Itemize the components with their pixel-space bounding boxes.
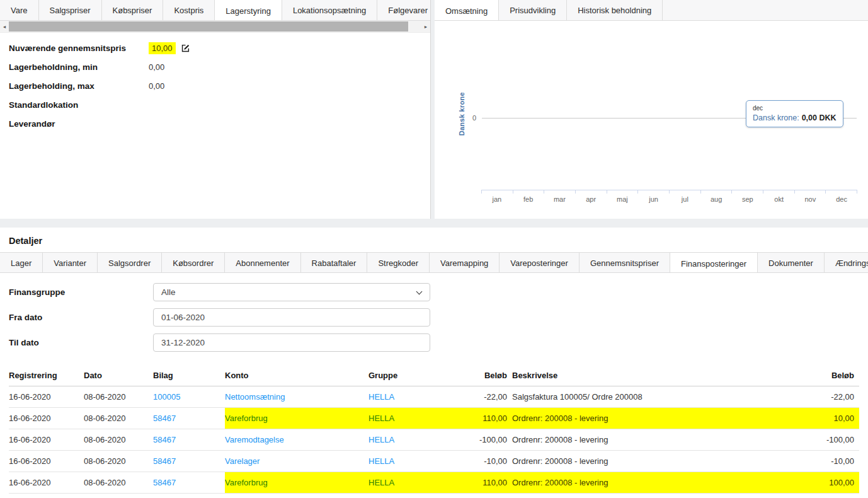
field-label: Leverandør [9, 119, 149, 129]
field-value: 10,00 [149, 42, 190, 54]
cell-bilag: 100005 [153, 386, 225, 408]
tab-vare[interactable]: Vare [0, 0, 39, 21]
konto-link[interactable]: Varelager [225, 456, 260, 466]
filters-form: FinansgruppeAlleFra datoTil dato [0, 273, 868, 361]
cell-bilag: 58467 [153, 408, 225, 429]
cell-beloeb2: -100,00 [784, 429, 859, 451]
filter-row-finansgruppe: FinansgruppeAlle [9, 283, 859, 301]
x-axis-labels: janfebmaraprmajjunjulaugsepoktnovdec [481, 195, 857, 203]
cell-beloeb1: 110,00 [449, 408, 512, 429]
bilag-link[interactable]: 58467 [153, 456, 176, 466]
cell-konto: Varelager [225, 451, 368, 472]
cell-gruppe: HELLA [368, 472, 449, 494]
detail-tab-stregkoder[interactable]: Stregkoder [367, 253, 430, 273]
detail-tab-koebsordrer[interactable]: Købsordrer [162, 253, 225, 273]
detail-tab-rabataftaler[interactable]: Rabataftaler [301, 253, 368, 273]
tab-foelgevarer[interactable]: Følgevarer [377, 0, 430, 21]
cell-registrering: 16-06-2020 [9, 472, 84, 494]
fra-dato-input[interactable] [153, 308, 430, 327]
column-header-beloeb2: Beløb [784, 365, 859, 386]
gruppe-link[interactable]: HELLA [368, 435, 394, 444]
cell-gruppe: HELLA [368, 386, 449, 408]
tab-koebspriser[interactable]: Købspriser [102, 0, 164, 21]
edit-icon[interactable] [181, 43, 190, 53]
finansgruppe-select[interactable]: Alle [153, 283, 430, 301]
tooltip-category: dec [753, 105, 837, 112]
cell-registrering: 16-06-2020 [9, 386, 84, 408]
detail-tab-salgsordrer[interactable]: Salgsordrer [98, 253, 162, 273]
tab-lokationsopsaetning[interactable]: Lokationsopsætning [282, 0, 377, 21]
cell-konto: Vareforbrug [225, 472, 368, 494]
detail-tab-varemapping[interactable]: Varemapping [430, 253, 500, 273]
tab-prisudvikling[interactable]: Prisudvikling [499, 0, 567, 21]
detail-tab-gennemsnitspriser[interactable]: Gennemsnitspriser [580, 253, 670, 273]
cell-dato: 08-06-2020 [84, 451, 153, 472]
detail-tab-finansposteringer[interactable]: Finansposteringer [670, 253, 758, 273]
filter-row-fra-dato: Fra dato [9, 308, 859, 327]
detail-tab-varianter[interactable]: Varianter [43, 253, 98, 273]
tab-lagerstyring[interactable]: Lagerstyring [215, 0, 282, 21]
chart-tooltip: dec Dansk krone:0,00 DKK [746, 100, 843, 127]
x-axis-tick [669, 190, 700, 194]
tooltip-series-name: Dansk krone: [753, 113, 799, 122]
x-axis-label: mar [544, 195, 576, 203]
cell-dato: 08-06-2020 [84, 429, 153, 451]
tab-kostpris[interactable]: Kostpris [163, 0, 215, 21]
til-dato-input[interactable] [153, 333, 430, 352]
scrollbar-thumb[interactable] [9, 21, 408, 32]
cell-dato: 08-06-2020 [84, 408, 153, 429]
tab-omsaetning[interactable]: Omsætning [435, 0, 499, 21]
x-axis-tick [607, 190, 638, 194]
konto-link[interactable]: Vareforbrug [225, 414, 268, 423]
konto-link[interactable]: Vareforbrug [225, 478, 268, 487]
cell-gruppe: HELLA [368, 429, 449, 451]
gruppe-link[interactable]: HELLA [368, 392, 394, 402]
scroll-right-arrow-icon[interactable]: ► [421, 21, 430, 32]
column-header-registrering: Registrering [9, 365, 84, 386]
table-row: 16-06-202008-06-202058467VareforbrugHELL… [9, 408, 859, 429]
x-axis-tick [481, 190, 513, 194]
bilag-link[interactable]: 58467 [153, 435, 176, 444]
field-label: Lagerbeholdning, min [9, 62, 149, 72]
gruppe-link[interactable]: HELLA [368, 414, 394, 423]
detail-tab-lager[interactable]: Lager [0, 253, 43, 273]
detail-tab-vareposteringer[interactable]: Vareposteringer [500, 253, 580, 273]
x-axis-label: dec [826, 195, 857, 203]
column-header-dato: Dato [84, 365, 153, 386]
x-axis-label: okt [763, 195, 795, 203]
x-axis [481, 190, 857, 194]
detail-tab-dokumenter[interactable]: Dokumenter [758, 253, 825, 273]
y-axis-title: Dansk krone [458, 92, 465, 136]
filter-row-til-dato: Til dato [9, 333, 859, 352]
tab-salgspriser[interactable]: Salgspriser [39, 0, 102, 21]
detail-tab-abonnementer[interactable]: Abonnementer [225, 253, 300, 273]
x-axis-label: nov [795, 195, 826, 203]
cell-beloeb2: 100,00 [784, 472, 859, 494]
bilag-link[interactable]: 100005 [153, 392, 180, 402]
field-value: 0,00 [149, 62, 164, 72]
cell-gruppe: HELLA [368, 408, 449, 429]
konto-link[interactable]: Nettoomsætning [225, 392, 285, 402]
table-row: 16-06-202008-06-202058467VareforbrugHELL… [9, 472, 859, 494]
x-axis-label: jul [670, 195, 701, 203]
cell-beskrivelse: Ordrenr: 200008 - levering [512, 429, 784, 451]
scroll-left-arrow-icon[interactable]: ◄ [0, 21, 9, 32]
cell-registrering: 16-06-2020 [9, 408, 84, 429]
bilag-link[interactable]: 58467 [153, 478, 176, 487]
omsaetning-chart: Dansk krone 0 dec Dansk krone:0,00 DKK j… [435, 21, 868, 219]
cell-registrering: 16-06-2020 [9, 429, 84, 451]
filter-label: Fra dato [9, 313, 153, 322]
konto-link[interactable]: Varemodtagelse [225, 435, 284, 444]
horizontal-scrollbar[interactable]: ◄ ► [0, 21, 430, 33]
chart-tabbar: OmsætningPrisudviklingHistorisk beholdni… [435, 0, 868, 21]
detail-tab-aendringslogs[interactable]: Ændringslogs [825, 253, 868, 273]
gruppe-link[interactable]: HELLA [368, 456, 394, 466]
product-tabbar: VareSalgspriserKøbspriserKostprisLagerst… [0, 0, 430, 21]
x-axis-label: maj [607, 195, 638, 203]
cell-beskrivelse: Salgsfaktura 100005/ Ordre 200008 [512, 386, 784, 408]
gruppe-link[interactable]: HELLA [368, 478, 394, 487]
tab-historisk-beholdning[interactable]: Historisk beholdning [567, 0, 663, 21]
bilag-link[interactable]: 58467 [153, 414, 176, 423]
x-axis-label: jan [481, 195, 513, 203]
table-header-row: RegistreringDatoBilagKontoGruppeBeløbBes… [9, 365, 859, 386]
